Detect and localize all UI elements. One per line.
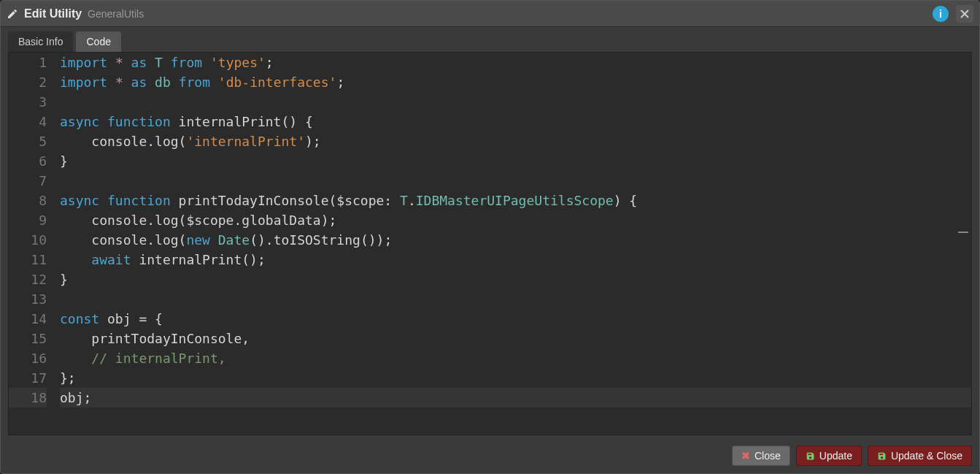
pencil-icon: [7, 8, 18, 20]
code-line[interactable]: await internalPrint();: [60, 250, 971, 270]
dialog-subtitle: GeneralUtils: [88, 8, 144, 20]
save-icon: [806, 451, 815, 461]
update-close-button-label: Update & Close: [891, 450, 962, 462]
code-line[interactable]: async function printTodayInConsole($scop…: [60, 191, 971, 210]
dialog-titlebar: Edit Utility GeneralUtils i: [1, 1, 979, 27]
line-number: 10: [9, 230, 47, 250]
code-line[interactable]: obj;: [60, 388, 971, 408]
update-button-label: Update: [819, 450, 852, 462]
line-number: 1: [9, 53, 47, 72]
code-line[interactable]: printTodayInConsole,: [60, 329, 971, 348]
code-line[interactable]: [60, 171, 971, 191]
dialog-footer: ✖ Close Update Update & Close: [1, 440, 979, 473]
code-line[interactable]: import * as T from 'types';: [60, 53, 971, 72]
line-number: 2: [9, 72, 47, 92]
line-number: 4: [9, 112, 47, 131]
line-number: 3: [9, 92, 47, 112]
code-line[interactable]: }: [60, 270, 971, 289]
code-line[interactable]: [60, 92, 971, 112]
code-line[interactable]: // internalPrint,: [60, 348, 971, 368]
line-number: 5: [9, 131, 47, 151]
update-close-button[interactable]: Update & Close: [868, 446, 972, 466]
code-line[interactable]: [60, 289, 971, 309]
line-number: 8: [9, 191, 47, 210]
line-number: 7: [9, 171, 47, 191]
line-number: 18: [9, 388, 47, 408]
code-line[interactable]: console.log(new Date().toISOString());: [60, 230, 971, 250]
tab-code[interactable]: Code: [76, 31, 120, 52]
line-number: 6: [9, 151, 47, 171]
tab-basic-info[interactable]: Basic Info: [8, 31, 73, 52]
code-line[interactable]: };: [60, 368, 971, 388]
minimap-indicator: [958, 232, 968, 233]
edit-utility-dialog: Edit Utility GeneralUtils i Basic Info C…: [0, 0, 980, 474]
tab-bar: Basic Info Code: [1, 27, 979, 52]
code-line[interactable]: console.log('internalPrint');: [60, 131, 971, 151]
code-editor[interactable]: 123456789101112131415161718 import * as …: [8, 52, 972, 435]
dialog-close-button[interactable]: [956, 5, 973, 23]
x-icon: ✖: [741, 450, 750, 462]
line-number: 9: [9, 210, 47, 230]
code-content[interactable]: import * as T from 'types';import * as d…: [60, 53, 971, 435]
line-number: 13: [9, 289, 47, 309]
close-button[interactable]: ✖ Close: [732, 446, 790, 466]
save-icon: [877, 451, 887, 461]
line-number: 12: [9, 270, 47, 289]
line-number: 15: [9, 329, 47, 348]
update-button[interactable]: Update: [796, 446, 862, 466]
code-line[interactable]: }: [60, 151, 971, 171]
line-number-gutter: 123456789101112131415161718: [9, 53, 60, 435]
dialog-title: Edit Utility: [24, 7, 82, 20]
close-icon: [960, 9, 969, 18]
line-number: 17: [9, 368, 47, 388]
info-button[interactable]: i: [933, 6, 949, 22]
code-line[interactable]: async function internalPrint() {: [60, 112, 971, 131]
line-number: 16: [9, 348, 47, 368]
code-line[interactable]: console.log($scope.globalData);: [60, 210, 971, 230]
code-line[interactable]: import * as db from 'db-interfaces';: [60, 72, 971, 92]
close-button-label: Close: [755, 450, 781, 462]
line-number: 14: [9, 309, 47, 329]
line-number: 11: [9, 250, 47, 270]
code-line[interactable]: const obj = {: [60, 309, 971, 329]
